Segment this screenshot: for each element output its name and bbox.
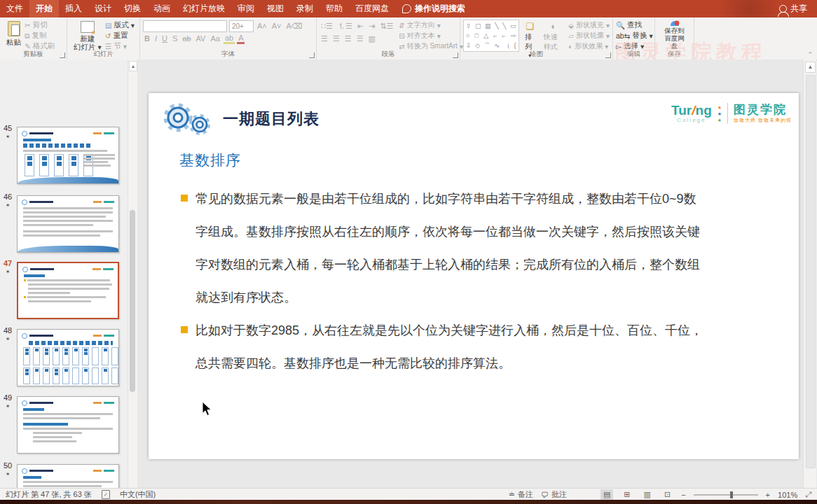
zoom-slider-thumb[interactable] [730,491,733,498]
tab-baidu-netdisk[interactable]: 百度网盘 [349,0,395,18]
ribbon: 粘贴 ✂剪切 ⧉复制 ✎格式刷 剪贴板 新建幻灯片 ▾ ▤版式 ▾ ↺重置 ☰节… [0,18,817,60]
quick-styles-button[interactable]: ◖ 快速样式 [541,20,565,50]
shadow-button[interactable]: S [171,34,179,43]
turing-brand-text: Tur/ng [671,104,712,117]
thumbnail-slide-47-selected[interactable] [17,262,119,319]
tab-record[interactable]: 录制 [290,0,320,18]
notes-toggle[interactable]: ≐备注 [509,489,533,500]
align-text-button[interactable]: ⊟对齐文本 ▾ [399,31,463,40]
slide-body-textbox[interactable]: 常见的数据元素一般是由若干位组成的，比如字符串由若干字符组成，整数由若干位0~9… [181,183,775,380]
justify-button[interactable]: ☰ [355,34,365,43]
panel-scroll-thumb[interactable] [130,210,135,392]
grow-font-icon[interactable]: A˄ [256,22,268,30]
canvas-scrollbar[interactable]: ▲ [803,59,816,488]
tab-transitions[interactable]: 切换 [118,0,147,18]
zoom-in-button[interactable]: + [766,491,770,499]
increase-indent-button[interactable]: ⇥ [367,22,376,31]
tell-me-search[interactable]: 操作说明搜索 [395,0,472,18]
tab-animations[interactable]: 动画 [147,0,177,18]
video-overlay-strip [0,500,817,504]
columns-button[interactable]: ▥ [367,34,377,43]
lightbulb-icon [402,4,411,13]
tab-insert[interactable]: 插入 [59,0,88,18]
find-button[interactable]: 🔍查找 [616,21,652,29]
copy-icon: ⧉ [25,31,30,41]
shape-outline-button[interactable]: ▱形状轮廓 ▾ [568,31,610,40]
tab-view[interactable]: 视图 [261,0,290,18]
slide-section-heading[interactable]: 基数排序 [179,150,241,170]
text-direction-button[interactable]: ⇵文字方向 ▾ [399,21,463,29]
align-left-button[interactable]: ☰ [320,34,329,43]
reset-button[interactable]: ↺重置 [105,31,135,40]
collapse-ribbon-button[interactable]: ⌃ [807,51,813,58]
thumbnail-slide-46[interactable] [17,195,119,253]
shape-fill-button[interactable]: ⬙形状填充 ▾ [568,21,610,29]
numbering-button[interactable]: ⒈☰ [336,21,354,31]
arrange-button[interactable]: ❏ 排列▾ [523,20,537,50]
zoom-slider[interactable] [694,494,758,496]
paste-button[interactable]: 粘贴 [3,20,25,53]
clipboard-dialog-launcher[interactable] [60,52,65,58]
decrease-indent-button[interactable]: ⇤ [356,22,365,31]
slide-47-canvas[interactable]: 一期题目列表 Tur/ng College ★★★ 图灵学院 致敬大师 致敬未来… [149,93,799,459]
fit-to-window-icon[interactable]: ⤢ [805,490,811,499]
replace-icon: ab⇆ [616,31,630,40]
strikethrough-button[interactable]: ab [181,34,192,43]
slide-header[interactable]: 一期题目列表 [160,102,320,136]
align-center-button[interactable]: ☰ [331,34,341,43]
clear-format-icon[interactable]: A⌫ [285,22,304,31]
thumbnail-slide-49[interactable] [17,396,119,454]
shrink-font-icon[interactable]: A˅ [270,22,283,30]
paragraph-dialog-launcher[interactable] [453,52,458,58]
char-spacing-button[interactable]: A︎V [195,34,207,43]
thumbnail-slide-45[interactable] [17,127,119,184]
bullet-item-1: 常见的数据元素一般是由若干位组成的，比如字符串由若干字符组成，整数由若干位0~9… [181,183,775,314]
tab-review[interactable]: 审阅 [231,0,261,18]
slide-sorter-view-button[interactable]: ⊞ [621,489,633,500]
new-slide-button[interactable]: 新建幻灯片 ▾ [70,20,105,53]
thumb-number-50: 50 [1,461,14,470]
slideshow-button[interactable]: ⊡ [661,489,673,500]
line-spacing-button[interactable]: ⇅☰ [378,22,394,31]
turing-college-text: College [671,117,712,123]
font-size-input[interactable]: 20+ [229,20,254,32]
font-color-button[interactable]: A [237,34,245,44]
tab-file[interactable]: 文件 [0,0,29,18]
copy-button[interactable]: ⧉复制 [25,31,55,40]
italic-button[interactable]: I [153,34,158,43]
bold-button[interactable]: B [143,34,151,43]
highlight-button[interactable]: ab [224,34,235,44]
drawing-dialog-launcher[interactable] [605,52,611,58]
reading-view-button[interactable]: ▥ [641,489,654,500]
replace-button[interactable]: ab⇆替换 ▾ [616,31,652,40]
font-dialog-launcher[interactable] [309,52,315,58]
canvas-scroll-up-icon[interactable]: ▲ [805,62,816,73]
paste-icon [8,21,20,36]
tab-home[interactable]: 开始 [29,0,59,18]
cut-button[interactable]: ✂剪切 [25,21,55,29]
tab-slideshow[interactable]: 幻灯片放映 [177,0,231,18]
zoom-percentage[interactable]: 101% [778,491,797,499]
shapes-gallery[interactable]: ⇧▢▥╲╲▭ ○□△⌐⌐⇨ ⇩◇⌒∿（{ [463,20,519,52]
panel-scrollbar[interactable]: ▲ [128,59,137,488]
language-indicator[interactable]: 中文(中国) [120,489,156,500]
bullets-button[interactable]: ∷☰ [320,22,334,31]
tab-help[interactable]: 帮助 [320,0,349,18]
canvas-scroll-thumb[interactable] [806,75,816,468]
thumbnail-slide-48[interactable] [17,329,119,386]
save-to-baidu-button[interactable]: 保存到百度网盘 [658,20,691,52]
font-group-label: 字体 [140,50,316,59]
normal-view-button[interactable]: ▤ [600,489,613,500]
underline-button[interactable]: U [160,34,169,43]
align-right-button[interactable]: ☰ [343,34,353,43]
thumbnail-slide-50[interactable] [17,464,119,488]
change-case-button[interactable]: Aa [209,34,221,43]
zoom-out-button[interactable]: − [681,491,685,499]
layout-button[interactable]: ▤版式 ▾ [105,21,135,29]
group-editing: 🔍查找 ab⇆替换 ▾ ▻选择 ▾ 编辑 [613,18,655,59]
tab-design[interactable]: 设计 [88,0,118,18]
panel-scroll-up-icon[interactable]: ▲ [129,61,137,71]
spellcheck-icon[interactable]: ✓ [102,490,110,499]
font-name-input[interactable] [143,20,227,32]
comments-toggle[interactable]: 🗩批注 [541,489,567,500]
